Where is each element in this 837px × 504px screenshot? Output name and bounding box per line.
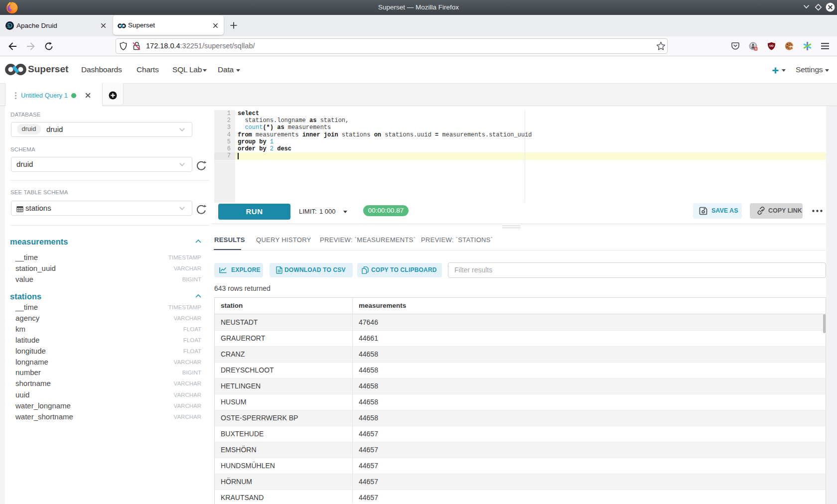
svg-text:UO: UO bbox=[769, 44, 774, 47]
